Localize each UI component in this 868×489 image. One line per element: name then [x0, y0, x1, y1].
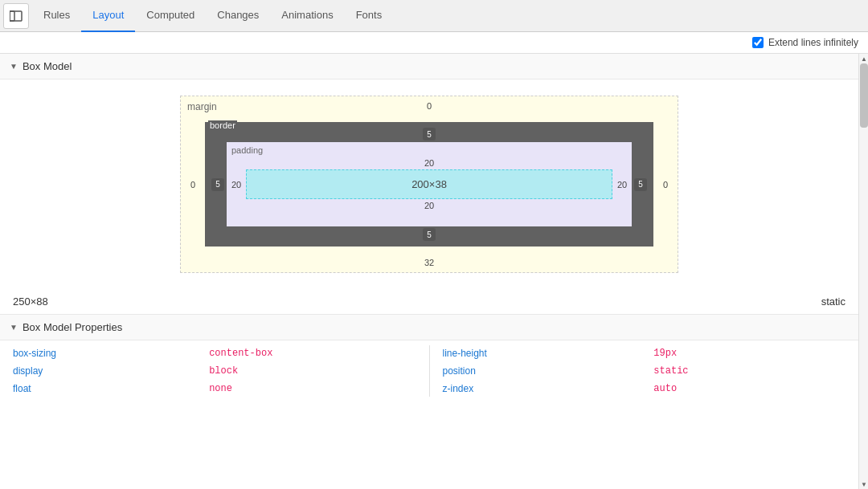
tab-computed[interactable]: Computed: [135, 0, 206, 32]
main-content: Extend lines infinitely ▼ Box Model marg…: [0, 32, 868, 489]
border-right-badge: 5: [634, 178, 647, 191]
content-box: 200×38: [246, 169, 612, 199]
prop-position-key: position: [443, 363, 645, 379]
box-diagram: margin 0 32 0 border 5: [180, 96, 678, 273]
props-arrow-icon: ▼: [10, 323, 18, 332]
props-right-col: line-height 19px position static z-index…: [429, 345, 846, 397]
margin-bottom-value: 32: [424, 258, 434, 267]
prop-box-sizing-key: box-sizing: [13, 345, 199, 361]
box-model-diagram: margin 0 32 0 border 5: [0, 79, 858, 289]
border-middle-row: 5 padding 20 20: [209, 142, 649, 226]
prop-line-height-key: line-height: [443, 345, 645, 361]
margin-left-value: 0: [181, 180, 205, 189]
border-left-badge: 5: [211, 178, 224, 191]
panel-toggle-button[interactable]: [3, 3, 29, 29]
border-label: border: [208, 120, 237, 130]
extend-lines-checkbox[interactable]: [752, 37, 764, 48]
element-size-value: 250×88: [13, 295, 48, 308]
tab-bar: Rules Layout Computed Changes Animations…: [0, 0, 868, 32]
extend-lines-label[interactable]: Extend lines infinitely: [768, 37, 858, 48]
border-top-badge: 5: [423, 128, 436, 141]
box-model-props-title: Box Model Properties: [23, 321, 122, 333]
margin-label: margin: [187, 101, 217, 112]
scroll-down-button[interactable]: ▼: [859, 479, 868, 489]
padding-top-value: 20: [424, 158, 434, 169]
tab-rules[interactable]: Rules: [32, 0, 81, 32]
tab-layout[interactable]: Layout: [81, 0, 135, 32]
svg-rect-0: [10, 11, 14, 21]
tab-changes[interactable]: Changes: [206, 0, 270, 32]
border-bottom-value: 5: [423, 226, 436, 242]
prop-float-val: none: [209, 381, 416, 397]
panel: ▼ Box Model margin 0 32 0 bo: [0, 54, 868, 489]
props-container: box-sizing content-box display block flo…: [0, 340, 858, 397]
prop-box-sizing-val: content-box: [209, 345, 416, 361]
padding-label: padding: [231, 145, 263, 155]
padding-left-value: 20: [227, 180, 246, 189]
box-model-properties-section: ▼ Box Model Properties box-sizing conten…: [0, 315, 858, 397]
padding-bottom-value: 20: [424, 199, 434, 210]
dimension-bar: 250×88 static: [0, 289, 858, 315]
section-arrow-icon: ▼: [10, 62, 18, 71]
border-right-value: 5: [632, 178, 649, 191]
margin-middle-row: 0 border 5 5: [181, 122, 678, 247]
scrollbar-thumb[interactable]: [860, 63, 868, 128]
border-box: border 5 5 pa: [205, 122, 653, 247]
box-model-props-header[interactable]: ▼ Box Model Properties: [0, 315, 858, 340]
border-left-value: 5: [209, 178, 227, 191]
svg-rect-1: [10, 11, 22, 21]
prop-z-index-val: auto: [653, 381, 845, 397]
margin-top-value: 0: [427, 101, 432, 111]
box-model-title: Box Model: [23, 60, 72, 72]
margin-box: margin 0 32 0 border 5: [180, 96, 678, 273]
tab-animations[interactable]: Animations: [270, 0, 344, 32]
margin-right-value: 0: [653, 180, 678, 189]
prop-display-val: block: [209, 363, 416, 379]
element-position-value: static: [821, 295, 845, 308]
sub-bar: Extend lines infinitely: [0, 32, 868, 54]
scroll-up-button[interactable]: ▲: [859, 54, 868, 63]
prop-z-index-key: z-index: [443, 381, 645, 397]
prop-display-key: display: [13, 363, 199, 379]
padding-middle-row: 20 200×38 20: [227, 169, 632, 199]
border-top-value: 5: [423, 126, 436, 142]
prop-float-key: float: [13, 381, 199, 397]
box-model-section-header[interactable]: ▼ Box Model: [0, 54, 858, 79]
prop-position-val: static: [653, 363, 845, 379]
panel-inner: ▼ Box Model margin 0 32 0 bo: [0, 54, 858, 489]
prop-line-height-val: 19px: [653, 345, 845, 361]
padding-right-value: 20: [612, 180, 632, 189]
tab-fonts[interactable]: Fonts: [345, 0, 394, 32]
props-left-col: box-sizing content-box display block flo…: [13, 345, 416, 397]
scrollbar[interactable]: ▲ ▼: [858, 54, 868, 489]
border-bottom-badge: 5: [423, 228, 436, 241]
content-size-value: 200×38: [411, 178, 447, 190]
padding-box: padding 20 20 200×38: [227, 142, 632, 226]
